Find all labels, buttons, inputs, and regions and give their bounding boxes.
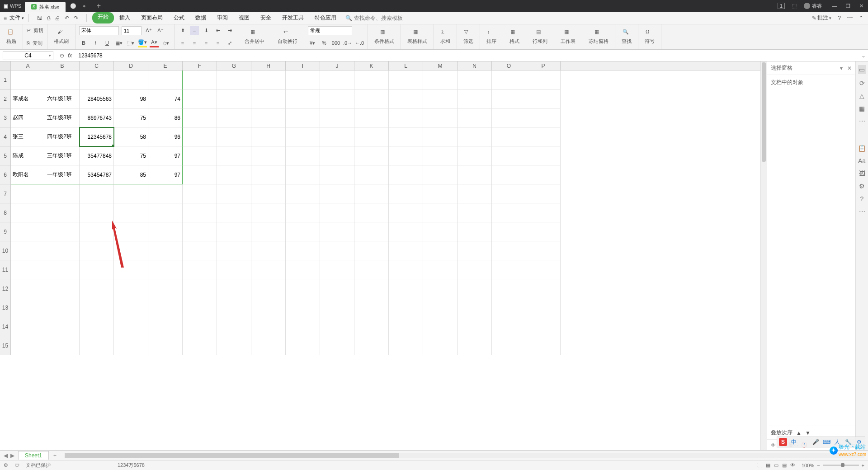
cell[interactable] — [286, 70, 320, 89]
cell[interactable] — [217, 317, 251, 336]
cell[interactable] — [286, 146, 320, 165]
col-header-J[interactable]: J — [320, 61, 354, 70]
settings-icon[interactable]: ⚙ — [859, 183, 865, 190]
cell[interactable] — [423, 222, 458, 241]
cut-label[interactable]: 剪切 — [33, 27, 43, 34]
restore-button[interactable]: ❐ — [841, 3, 855, 9]
cell[interactable] — [320, 165, 354, 184]
cell[interactable] — [458, 70, 492, 89]
indent-decrease-icon[interactable]: ⇤ — [213, 26, 222, 35]
cell[interactable] — [526, 108, 561, 127]
align-top-icon[interactable]: ⬆ — [178, 26, 187, 35]
annotate-button[interactable]: ✎批注 ▾ — [812, 14, 831, 22]
cell[interactable] — [492, 165, 526, 184]
cell[interactable] — [251, 89, 286, 108]
print-icon[interactable]: 🖨 — [55, 15, 60, 21]
print-preview-icon[interactable]: ⎙ — [47, 15, 50, 21]
cell[interactable] — [183, 336, 217, 355]
cell[interactable] — [526, 336, 561, 355]
cell[interactable]: 五年级3班 — [45, 108, 80, 127]
cell[interactable] — [11, 184, 45, 203]
sogou-logo-icon[interactable]: S — [779, 438, 787, 446]
worksheet-button[interactable]: ▦工作表 — [558, 29, 578, 45]
cell[interactable] — [80, 241, 114, 260]
cell[interactable] — [286, 203, 320, 222]
minimize-button[interactable]: — — [827, 3, 841, 9]
freeze-button[interactable]: ▦冻结窗格 — [586, 29, 611, 45]
cell[interactable] — [45, 260, 80, 279]
ime-lang-icon[interactable]: 中 — [790, 438, 798, 446]
cell[interactable] — [217, 203, 251, 222]
cell[interactable] — [320, 184, 354, 203]
cell[interactable] — [251, 279, 286, 298]
cell[interactable] — [251, 184, 286, 203]
cell[interactable] — [80, 222, 114, 241]
cell[interactable] — [217, 298, 251, 317]
col-header-C[interactable]: C — [80, 61, 114, 70]
cell[interactable] — [526, 70, 561, 89]
cell[interactable] — [458, 89, 492, 108]
col-header-K[interactable]: K — [354, 61, 389, 70]
cell[interactable] — [217, 336, 251, 355]
tab-special[interactable]: 特色应用 — [309, 12, 342, 24]
cell[interactable] — [251, 336, 286, 355]
row-header-10[interactable]: 10 — [0, 241, 11, 260]
cell[interactable] — [114, 184, 148, 203]
zoom-in-button[interactable]: + — [862, 463, 864, 468]
row-header-4[interactable]: 4 — [0, 127, 11, 146]
cell[interactable] — [492, 336, 526, 355]
clear-format-icon[interactable]: ◇▾ — [161, 38, 170, 47]
rowcol-button[interactable]: ▤行和列 — [530, 29, 550, 45]
cell[interactable]: 35477848 — [80, 146, 114, 165]
cell[interactable] — [423, 336, 458, 355]
cell[interactable] — [423, 165, 458, 184]
cell[interactable]: 赵四 — [11, 108, 45, 127]
cell[interactable] — [80, 260, 114, 279]
cell[interactable] — [286, 298, 320, 317]
symbol-button[interactable]: Ω符号 — [642, 29, 657, 45]
fill-handle[interactable] — [112, 145, 114, 146]
cell[interactable] — [526, 146, 561, 165]
cell[interactable] — [492, 241, 526, 260]
col-header-B[interactable]: B — [45, 61, 80, 70]
cell[interactable] — [526, 317, 561, 336]
cell[interactable] — [526, 184, 561, 203]
tab-view[interactable]: 视图 — [233, 12, 255, 24]
cell[interactable] — [11, 260, 45, 279]
cell[interactable] — [80, 317, 114, 336]
cell[interactable] — [286, 241, 320, 260]
col-header-I[interactable]: I — [286, 61, 320, 70]
cell[interactable]: 75 — [114, 108, 148, 127]
cell[interactable] — [458, 184, 492, 203]
select-all-corner[interactable] — [0, 61, 11, 70]
justify-icon[interactable]: ≡ — [213, 38, 222, 47]
tab-developer[interactable]: 开发工具 — [277, 12, 309, 24]
cell[interactable] — [320, 108, 354, 127]
scrollbar-thumb[interactable] — [762, 62, 766, 162]
ime-punct-icon[interactable]: ， — [801, 438, 809, 446]
cell[interactable] — [148, 260, 183, 279]
cell[interactable] — [251, 70, 286, 89]
cell[interactable] — [148, 317, 183, 336]
cell[interactable] — [423, 146, 458, 165]
cell[interactable] — [286, 89, 320, 108]
cell[interactable] — [114, 260, 148, 279]
cell[interactable] — [286, 279, 320, 298]
cell[interactable] — [251, 317, 286, 336]
cell[interactable] — [354, 279, 389, 298]
cell[interactable] — [114, 70, 148, 89]
cell[interactable] — [183, 260, 217, 279]
tab-security[interactable]: 安全 — [255, 12, 277, 24]
cell[interactable] — [492, 70, 526, 89]
cell[interactable] — [148, 279, 183, 298]
row-header-3[interactable]: 3 — [0, 108, 11, 127]
cell[interactable]: 一年级1班 — [45, 165, 80, 184]
cell[interactable]: 86 — [148, 108, 183, 127]
conditional-format-button[interactable]: ▥条件格式 — [372, 29, 397, 45]
cell[interactable] — [423, 279, 458, 298]
undo-icon[interactable]: ↶ — [65, 15, 69, 21]
cell[interactable] — [458, 127, 492, 146]
cell[interactable] — [320, 260, 354, 279]
col-header-O[interactable]: O — [492, 61, 526, 70]
bold-icon[interactable]: B — [79, 38, 88, 47]
